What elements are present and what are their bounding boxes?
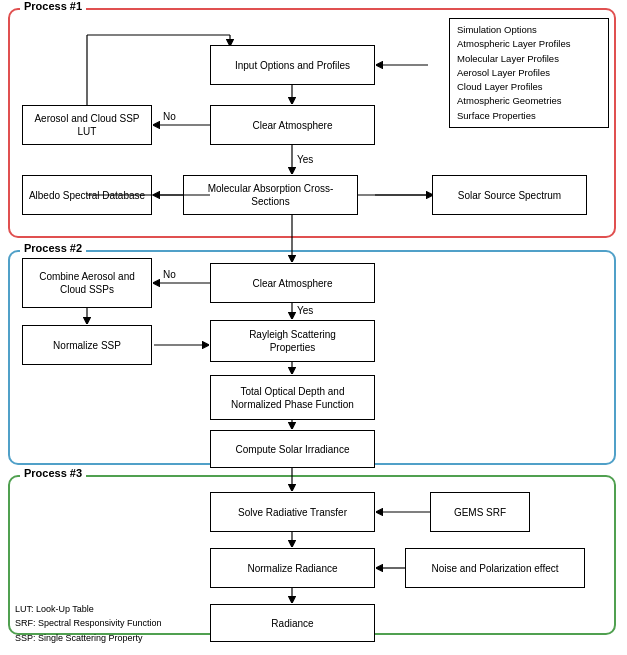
- legend-srf: SRF: Spectral Responsivity Function: [15, 616, 162, 630]
- info-item-1: Simulation Options: [457, 23, 601, 37]
- info-box: Simulation Options Atmospheric Layer Pro…: [449, 18, 609, 128]
- info-item-2: Atmospheric Layer Profiles: [457, 37, 601, 51]
- clear-atm2-box: Clear Atmosphere: [210, 263, 375, 303]
- info-item-5: Cloud Layer Profiles: [457, 80, 601, 94]
- molecular-abs-box: Molecular Absorption Cross-Sections: [183, 175, 358, 215]
- noise-pol-box: Noise and Polarization effect: [405, 548, 585, 588]
- normalize-rad-box: Normalize Radiance: [210, 548, 375, 588]
- clear-atm1-box: Clear Atmosphere: [210, 105, 375, 145]
- solve-rt-box: Solve Radiative Transfer: [210, 492, 375, 532]
- albedo-box: Albedo Spectral Database: [22, 175, 152, 215]
- compute-solar-box: Compute Solar Irradiance: [210, 430, 375, 468]
- total-optical-box: Total Optical Depth and Normalized Phase…: [210, 375, 375, 420]
- radiance-box: Radiance: [210, 604, 375, 642]
- info-item-3: Molecular Layer Profiles: [457, 52, 601, 66]
- process3-label: Process #3: [20, 467, 86, 479]
- normalize-ssp-box: Normalize SSP: [22, 325, 152, 365]
- legend-ssp: SSP: Single Scattering Property: [15, 631, 162, 645]
- aerosol-cloud-ssp-box: Aerosol and Cloud SSP LUT: [22, 105, 152, 145]
- process2-label: Process #2: [20, 242, 86, 254]
- gems-srf-box: GEMS SRF: [430, 492, 530, 532]
- info-item-6: Atmospheric Geometries: [457, 94, 601, 108]
- info-item-7: Surface Properties: [457, 109, 601, 123]
- input-options-box: Input Options and Profiles: [210, 45, 375, 85]
- legend: LUT: Look-Up Table SRF: Spectral Respons…: [15, 602, 162, 645]
- diagram: Process #1 Process #2 Process #3 Simulat…: [0, 0, 627, 655]
- legend-lut: LUT: Look-Up Table: [15, 602, 162, 616]
- combine-aerosol-box: Combine Aerosol and Cloud SSPs: [22, 258, 152, 308]
- solar-source-box: Solar Source Spectrum: [432, 175, 587, 215]
- rayleigh-box: Rayleigh Scattering Properties: [210, 320, 375, 362]
- info-item-4: Aerosol Layer Profiles: [457, 66, 601, 80]
- process1-label: Process #1: [20, 0, 86, 12]
